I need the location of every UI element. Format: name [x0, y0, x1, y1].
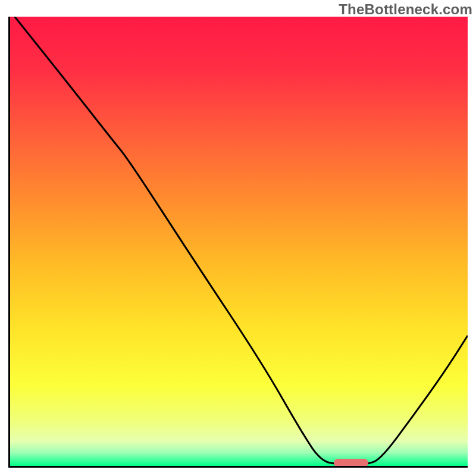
- plot-area: [8, 17, 468, 468]
- optimal-range-marker: [334, 459, 368, 467]
- watermark-text: TheBottleneck.com: [339, 1, 472, 18]
- bottleneck-curve: [10, 17, 468, 466]
- chart-frame: TheBottleneck.com: [0, 0, 476, 476]
